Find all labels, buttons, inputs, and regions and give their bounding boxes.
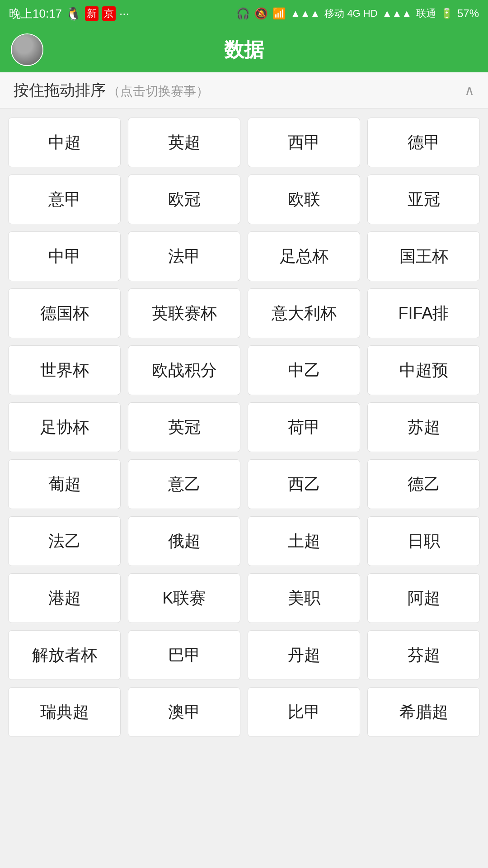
sort-bar[interactable]: 按住拖动排序 （点击切换赛事） ∧ [0,72,488,108]
league-item-4[interactable]: 德甲 [367,118,480,167]
league-item-36[interactable]: 阿超 [367,573,480,623]
sort-bar-content: 按住拖动排序 （点击切换赛事） [14,80,209,101]
league-item-9[interactable]: 中甲 [8,231,121,281]
league-item-30[interactable]: 俄超 [128,516,240,566]
leagues-grid: 中超英超西甲德甲意甲欧冠欧联亚冠中甲法甲足总杯国王杯德国杯英联赛杯意大利杯FIF… [8,118,480,737]
league-item-35[interactable]: 美职 [248,573,360,623]
signal-icon-2: ▲▲▲ [382,8,412,19]
top-bar: 数据 [0,27,488,72]
league-item-37[interactable]: 解放者杯 [8,630,121,680]
status-left: 晚上10:17 🐧 新 京 ··· [9,6,129,22]
bell-icon: 🔕 [254,7,268,20]
battery-percent: 57% [457,7,479,20]
league-item-8[interactable]: 亚冠 [367,175,480,224]
mobile-label: 移动 4G HD [324,7,377,20]
signal-icon: ▲▲▲ [291,8,320,19]
league-item-21[interactable]: 足协杯 [8,402,121,452]
league-item-26[interactable]: 意乙 [128,459,240,509]
league-item-14[interactable]: 英联赛杯 [128,288,240,338]
league-item-13[interactable]: 德国杯 [8,288,121,338]
league-item-34[interactable]: K联赛 [128,573,240,623]
sort-bar-hint-text: （点击切换赛事） [108,84,209,98]
league-item-3[interactable]: 西甲 [248,118,360,167]
status-bar: 晚上10:17 🐧 新 京 ··· 🎧 🔕 📶 ▲▲▲ 移动 4G HD ▲▲▲… [0,0,488,27]
league-item-44[interactable]: 希腊超 [367,687,480,737]
league-item-6[interactable]: 欧冠 [128,175,240,224]
league-item-31[interactable]: 土超 [248,516,360,566]
news-icon-1: 新 [85,6,99,21]
league-item-42[interactable]: 澳甲 [128,687,240,737]
carrier-label: 联通 [416,7,436,20]
league-item-39[interactable]: 丹超 [248,630,360,680]
league-item-23[interactable]: 荷甲 [248,402,360,452]
league-item-33[interactable]: 港超 [8,573,121,623]
avatar-image [12,34,42,65]
league-item-5[interactable]: 意甲 [8,175,121,224]
battery-icon: 🔋 [441,8,453,19]
dots-icon: ··· [119,7,129,21]
league-item-25[interactable]: 葡超 [8,459,121,509]
league-item-17[interactable]: 世界杯 [8,345,121,395]
league-item-27[interactable]: 西乙 [248,459,360,509]
league-item-11[interactable]: 足总杯 [248,231,360,281]
league-item-19[interactable]: 中乙 [248,345,360,395]
headphone-icon: 🎧 [236,7,250,20]
league-item-38[interactable]: 巴甲 [128,630,240,680]
league-item-12[interactable]: 国王杯 [367,231,480,281]
status-right: 🎧 🔕 📶 ▲▲▲ 移动 4G HD ▲▲▲ 联通 🔋 57% [236,7,479,20]
avatar[interactable] [11,33,43,66]
league-item-29[interactable]: 法乙 [8,516,121,566]
league-item-28[interactable]: 德乙 [367,459,480,509]
chevron-up-icon[interactable]: ∧ [465,82,474,98]
news-icon-2: 京 [102,6,116,21]
league-item-7[interactable]: 欧联 [248,175,360,224]
league-item-22[interactable]: 英冠 [128,402,240,452]
sort-bar-main-text: 按住拖动排序 [14,81,106,99]
league-item-10[interactable]: 法甲 [128,231,240,281]
wifi-icon: 📶 [272,7,286,20]
league-item-32[interactable]: 日职 [367,516,480,566]
league-item-41[interactable]: 瑞典超 [8,687,121,737]
leagues-grid-area: 中超英超西甲德甲意甲欧冠欧联亚冠中甲法甲足总杯国王杯德国杯英联赛杯意大利杯FIF… [0,108,488,746]
status-time: 晚上10:17 [9,6,62,22]
league-item-1[interactable]: 中超 [8,118,121,167]
penguin-icon: 🐧 [66,6,81,21]
league-item-15[interactable]: 意大利杯 [248,288,360,338]
league-item-16[interactable]: FIFA排 [367,288,480,338]
league-item-2[interactable]: 英超 [128,118,240,167]
league-item-40[interactable]: 芬超 [367,630,480,680]
league-item-43[interactable]: 比甲 [248,687,360,737]
league-item-18[interactable]: 欧战积分 [128,345,240,395]
page-title: 数据 [224,37,264,63]
league-item-24[interactable]: 苏超 [367,402,480,452]
league-item-20[interactable]: 中超预 [367,345,480,395]
